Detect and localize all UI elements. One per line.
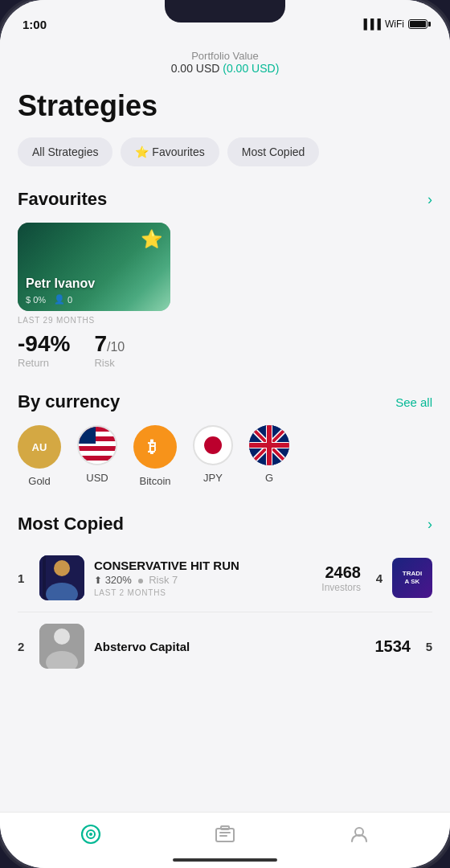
bitcoin-icon: ₿ xyxy=(133,425,177,469)
nav-item-home[interactable] xyxy=(64,817,117,856)
avatar-2 xyxy=(39,624,84,669)
card-info: Petr Ivanov $ 0% 👤 0 xyxy=(26,276,95,305)
currency-item-usd[interactable]: USD xyxy=(77,425,117,487)
page-title: Strategies xyxy=(18,89,432,123)
risk-dot-1 xyxy=(138,579,143,583)
currency-item-bitcoin[interactable]: ₿ Bitcoin xyxy=(133,425,177,487)
gbp-label: G xyxy=(265,472,273,484)
card-trader-name: Petr Ivanov xyxy=(26,276,95,291)
investors-2: 1534 xyxy=(375,637,411,656)
return-label: Return xyxy=(18,357,70,369)
main-content: Strategies All Strategies ⭐ Favourites M… xyxy=(0,89,450,677)
card-copiers-stat: 👤 0 xyxy=(54,294,72,305)
gbp-flag-icon xyxy=(249,425,289,465)
status-icons: ▐▐▐ WiFi xyxy=(360,18,428,30)
gold-icon: AU xyxy=(18,425,61,469)
last-months-label: LAST 29 MONTHS xyxy=(18,316,432,325)
favourites-chevron[interactable]: › xyxy=(428,191,432,208)
by-currency-title: By currency xyxy=(18,391,120,412)
most-copied-header: Most Copied › xyxy=(18,514,432,534)
jpy-label: JPY xyxy=(203,472,223,484)
usd-label: USD xyxy=(86,472,108,484)
rank-1: 1 xyxy=(18,571,30,585)
copied-item-1[interactable]: 1 xyxy=(18,547,432,608)
jpy-flag-icon xyxy=(193,425,233,465)
status-time: 1:00 xyxy=(22,18,47,31)
favourites-section-header: Favourites › xyxy=(18,189,432,210)
copied-details-1: CONSERVATIVE HIT RUN ⬆ 320% Risk 7 LAST … xyxy=(94,559,312,597)
favourites-title: Favourites xyxy=(18,189,107,210)
tab-all-strategies[interactable]: All Strategies xyxy=(18,137,112,166)
status-bar: 1:00 ▐▐▐ WiFi xyxy=(0,0,450,40)
copied-name-2: Abstervo Capital xyxy=(94,640,366,653)
tab-favourites[interactable]: ⭐ Favourites xyxy=(121,137,219,166)
battery-icon xyxy=(408,19,428,29)
svg-text:₿: ₿ xyxy=(148,437,156,456)
svg-rect-13 xyxy=(43,555,46,600)
investors-1: 2468 Investors xyxy=(321,563,361,593)
wifi-icon: WiFi xyxy=(385,18,404,30)
rank-2: 2 xyxy=(18,640,30,653)
nav-item-portfolio[interactable] xyxy=(198,817,252,856)
return-stat: -94% Return xyxy=(18,331,70,369)
svg-rect-9 xyxy=(249,443,289,448)
risk-label: Risk xyxy=(94,357,125,369)
bitcoin-label: Bitcoin xyxy=(139,475,170,487)
card-return-stat: $ 0% xyxy=(26,294,46,305)
portfolio-change: (0.00 USD) xyxy=(223,62,279,75)
currency-item-gbp[interactable]: G xyxy=(249,425,289,487)
see-all-button[interactable]: See all xyxy=(395,395,432,409)
rank-right-2: 5 xyxy=(420,640,432,653)
most-copied-section: Most Copied › 1 xyxy=(18,514,432,677)
scroll-content[interactable]: Portfolio Value 0.00 USD (0.00 USD) Stra… xyxy=(0,40,450,812)
copied-last-months-1: LAST 2 MONTHS xyxy=(94,588,312,597)
copied-details-2: Abstervo Capital xyxy=(94,640,366,653)
currency-section-header: By currency See all xyxy=(18,391,432,412)
usd-flag-icon xyxy=(77,425,117,465)
home-nav-icon xyxy=(80,824,101,850)
currency-item-gold[interactable]: AU Gold xyxy=(18,425,61,487)
investors-count-1: 2468 xyxy=(321,563,361,582)
filter-tabs: All Strategies ⭐ Favourites Most Copied xyxy=(18,137,432,166)
return-value: -94% xyxy=(18,331,70,357)
currency-item-jpy[interactable]: JPY xyxy=(193,425,233,487)
notch xyxy=(165,0,285,23)
nav-item-account[interactable] xyxy=(333,817,386,856)
svg-rect-21 xyxy=(219,832,231,833)
by-currency-section: By currency See all AU Gold xyxy=(18,391,432,491)
risk-stat: 7/10 Risk xyxy=(94,331,125,369)
thumb-right-1: TRADIA SK xyxy=(392,558,432,598)
card-stats: $ 0% 👤 0 xyxy=(26,294,95,305)
signal-icon: ▐▐▐ xyxy=(360,18,381,30)
rank-right-1: 4 xyxy=(370,571,382,585)
portfolio-nav-icon xyxy=(215,824,235,850)
svg-point-15 xyxy=(54,628,70,645)
favourite-card[interactable]: ⭐ Petr Ivanov $ 0% 👤 0 xyxy=(18,223,170,311)
portfolio-value: 0.00 USD (0.00 USD) xyxy=(16,62,434,75)
phone-frame: 1:00 ▐▐▐ WiFi Portfolio Value 0.00 USD (… xyxy=(0,0,450,868)
phone-screen: 1:00 ▐▐▐ WiFi Portfolio Value 0.00 USD (… xyxy=(0,0,450,868)
dollar-icon: $ xyxy=(26,295,31,305)
home-indicator xyxy=(173,858,277,862)
divider-1 xyxy=(18,612,432,612)
portfolio-header: Portfolio Value 0.00 USD (0.00 USD) xyxy=(0,40,450,81)
svg-point-11 xyxy=(54,560,70,576)
most-copied-title: Most Copied xyxy=(18,514,124,534)
risk-value: 7/10 xyxy=(94,331,125,357)
account-nav-icon xyxy=(349,824,370,850)
copied-item-2[interactable]: 2 Abstervo Capital 1534 xyxy=(18,616,432,677)
copiers-icon: 👤 xyxy=(54,294,65,305)
performance-stats: -94% Return 7/10 Risk xyxy=(18,331,432,369)
copied-return-1: ⬆ 320% Risk 7 xyxy=(94,574,312,586)
avatar-figure-1 xyxy=(39,555,84,600)
tab-most-copied[interactable]: Most Copied xyxy=(227,137,320,166)
avatar-1 xyxy=(39,555,84,600)
gold-label: Gold xyxy=(28,475,50,487)
svg-rect-22 xyxy=(219,835,227,837)
most-copied-chevron[interactable]: › xyxy=(428,516,432,533)
copied-name-1: CONSERVATIVE HIT RUN xyxy=(94,559,312,572)
currency-list: AU Gold USD xyxy=(18,425,432,491)
card-star-icon: ⭐ xyxy=(141,229,162,250)
portfolio-label: Portfolio Value xyxy=(16,50,434,62)
investors-label-1: Investors xyxy=(321,582,361,593)
